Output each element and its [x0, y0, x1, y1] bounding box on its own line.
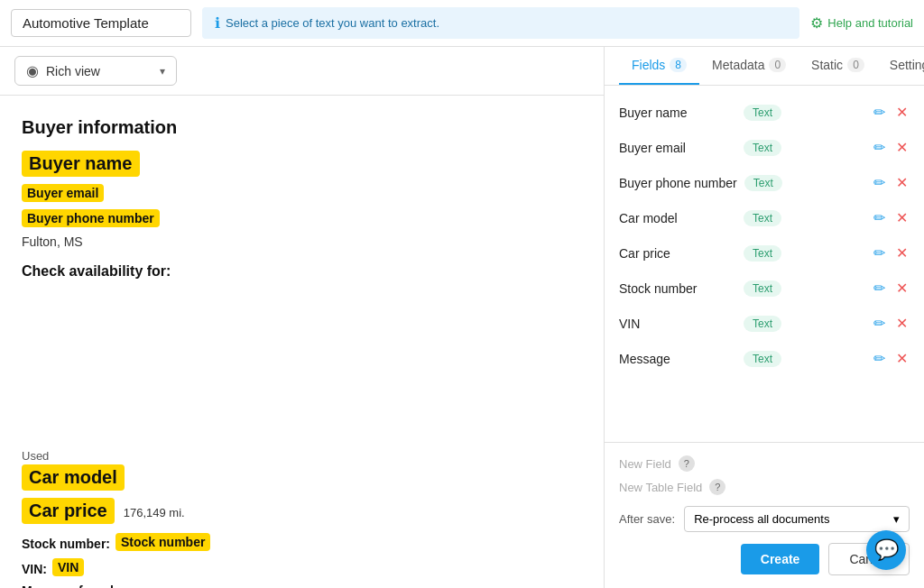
tab-fields-label: Fields [632, 58, 665, 72]
field-row: Buyer phone number Text ✏ ✕ [605, 165, 924, 200]
after-save-chevron-icon: ▾ [893, 512, 900, 526]
remove-field-button[interactable]: ✕ [894, 243, 910, 263]
tab-fields[interactable]: Fields 8 [619, 47, 699, 85]
view-label: Rich view [46, 64, 152, 78]
new-table-field-help-icon[interactable]: ? [709, 479, 725, 495]
edit-field-button[interactable]: ✏ [872, 102, 887, 123]
buyer-name-highlight: Buyer name [22, 151, 140, 177]
remove-field-button[interactable]: ✕ [894, 137, 910, 158]
field-name: Car model [619, 211, 736, 225]
car-price-row: Car price 176,149 mi. [22, 498, 582, 528]
field-row: VIN Text ✏ ✕ [605, 306, 924, 341]
hint-bar: ℹ Select a piece of text you want to ext… [202, 7, 799, 39]
field-actions: ✏ ✕ [872, 137, 910, 158]
edit-field-button[interactable]: ✏ [872, 172, 887, 193]
remove-field-button[interactable]: ✕ [894, 278, 910, 299]
help-icon: ⚙ [810, 14, 823, 32]
help-link[interactable]: ⚙ Help and tutorial [810, 14, 913, 32]
new-field-help-icon[interactable]: ? [679, 455, 695, 472]
field-name: VIN [619, 317, 736, 331]
field-name: Message [619, 352, 736, 366]
tab-settings-label: Settings [890, 58, 924, 72]
vin-static-label: VIN: [22, 562, 47, 576]
location-text: Fulton, MS [22, 234, 582, 249]
field-type-badge: Text [744, 105, 781, 121]
buyer-info-heading: Buyer information [22, 117, 582, 138]
after-save-row: After save: Re-process all documents ▾ [619, 506, 910, 532]
tab-settings[interactable]: Settings [877, 47, 924, 85]
tab-metadata[interactable]: Metadata 0 [699, 47, 799, 85]
app-title: Automotive Template [11, 9, 191, 37]
edit-field-button[interactable]: ✏ [872, 207, 887, 228]
top-bar: Automotive Template ℹ Select a piece of … [0, 0, 924, 47]
buyer-email-field: Buyer email [22, 184, 582, 206]
field-actions: ✏ ✕ [872, 278, 910, 299]
field-actions: ✏ ✕ [872, 313, 910, 334]
chevron-down-icon: ▾ [160, 65, 165, 78]
field-type-badge: Text [744, 280, 781, 297]
tab-static-label: Static [811, 58, 843, 72]
field-name: Buyer name [619, 106, 736, 120]
remove-field-button[interactable]: ✕ [894, 102, 910, 123]
view-icon: ◉ [26, 62, 39, 79]
buyer-name-field: Buyer name [22, 151, 582, 180]
tab-metadata-label: Metadata [712, 58, 764, 72]
used-label: Used [22, 449, 582, 463]
field-actions: ✏ ✕ [872, 348, 910, 369]
main-area: ◉ Rich view ▾ Buyer information Buyer na… [0, 47, 924, 588]
help-label: Help and tutorial [827, 16, 913, 30]
tab-static[interactable]: Static 0 [799, 47, 877, 85]
stock-number-highlight: Stock number [116, 533, 210, 551]
mileage-text: 176,149 mi. [124, 506, 185, 519]
remove-field-button[interactable]: ✕ [894, 348, 910, 369]
tab-metadata-badge: 0 [769, 58, 786, 72]
field-type-badge: Text [744, 175, 782, 191]
check-availability-heading: Check availability for: [22, 263, 582, 280]
field-row: Buyer name Text ✏ ✕ [605, 95, 924, 130]
edit-field-button[interactable]: ✏ [872, 313, 887, 334]
buyer-email-highlight: Buyer email [22, 184, 104, 202]
remove-field-button[interactable]: ✕ [894, 172, 910, 193]
edit-field-button[interactable]: ✏ [872, 348, 887, 369]
field-actions: ✏ ✕ [872, 102, 910, 123]
field-row: Car price Text ✏ ✕ [605, 235, 924, 271]
vin-highlight: VIN [52, 558, 84, 576]
view-bar: ◉ Rich view ▾ [0, 47, 604, 96]
field-actions: ✏ ✕ [872, 243, 910, 263]
fields-list: Buyer name Text ✏ ✕ Buyer email Text ✏ ✕… [605, 86, 924, 442]
left-panel: ◉ Rich view ▾ Buyer information Buyer na… [0, 47, 605, 588]
field-actions: ✏ ✕ [872, 172, 910, 193]
message-static-row: Message from buyer: [22, 583, 582, 588]
empty-space [22, 287, 582, 449]
field-row: Stock number Text ✏ ✕ [605, 271, 924, 306]
hint-text: Select a piece of text you want to extra… [226, 16, 439, 30]
new-field-row: New Field ? [619, 455, 910, 472]
tab-fields-badge: 8 [670, 58, 687, 72]
buyer-fields: Buyer name Buyer email Buyer phone numbe… [22, 151, 582, 249]
new-table-field-row: New Table Field ? [619, 479, 910, 495]
remove-field-button[interactable]: ✕ [894, 313, 910, 334]
new-table-field-label: New Table Field [619, 481, 702, 494]
buyer-phone-highlight: Buyer phone number [22, 209, 160, 227]
field-type-badge: Text [744, 245, 781, 262]
after-save-label: After save: [619, 512, 675, 526]
field-actions: ✏ ✕ [872, 207, 910, 228]
edit-field-button[interactable]: ✏ [872, 243, 887, 263]
edit-field-button[interactable]: ✏ [872, 278, 887, 299]
field-type-badge: Text [744, 210, 781, 226]
remove-field-button[interactable]: ✕ [894, 207, 910, 228]
create-button[interactable]: Create [741, 544, 820, 574]
field-row: Car model Text ✏ ✕ [605, 200, 924, 235]
after-save-select[interactable]: Re-process all documents ▾ [684, 506, 910, 532]
field-type-badge: Text [744, 351, 781, 367]
car-model-field: Car model [22, 464, 582, 494]
field-row: Buyer email Text ✏ ✕ [605, 130, 924, 165]
chat-bubble[interactable]: 💬 [866, 530, 906, 570]
info-icon: ℹ [215, 14, 220, 32]
view-select[interactable]: ◉ Rich view ▾ [14, 56, 177, 86]
field-row: Message Text ✏ ✕ [605, 341, 924, 376]
doc-content: Buyer information Buyer name Buyer email… [0, 96, 604, 588]
edit-field-button[interactable]: ✏ [872, 137, 887, 158]
field-name: Car price [619, 246, 736, 261]
right-panel: Fields 8 Metadata 0 Static 0 Settings Bu… [605, 47, 924, 588]
